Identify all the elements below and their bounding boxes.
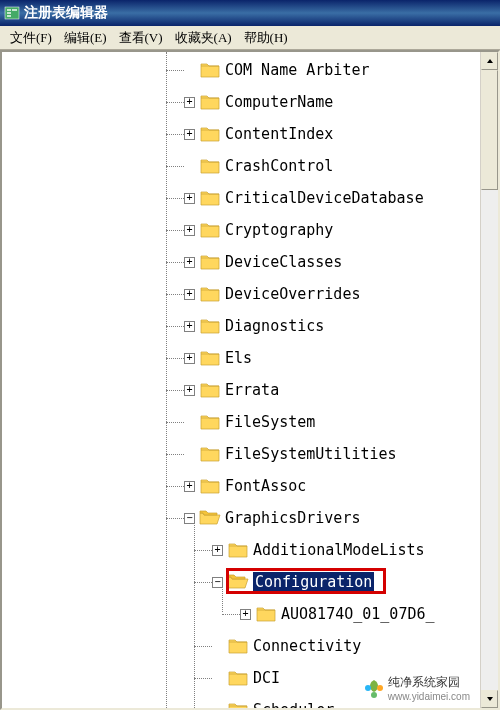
registry-tree[interactable]: COM Name Arbiter+ComputerName+ContentInd… bbox=[24, 52, 480, 708]
tree-node-label[interactable]: FileSystemUtilities bbox=[225, 445, 397, 463]
vertical-scrollbar[interactable] bbox=[480, 52, 498, 708]
tree-node-label[interactable]: AUO8174O_01_07D6_ bbox=[281, 605, 435, 623]
tree-node[interactable]: +FontAssoc bbox=[24, 470, 480, 502]
expander-expanded[interactable]: − bbox=[184, 513, 195, 524]
expander-none bbox=[184, 65, 195, 76]
folder-closed-icon bbox=[199, 61, 221, 79]
tree-node-label[interactable]: COM Name Arbiter bbox=[225, 61, 370, 79]
tree-node[interactable]: +DeviceClasses bbox=[24, 246, 480, 278]
folder-closed-icon bbox=[199, 477, 221, 495]
scrollbar-down-button[interactable] bbox=[481, 690, 498, 708]
menu-edit[interactable]: 编辑(E) bbox=[58, 29, 113, 47]
tree-node-label[interactable]: Cryptography bbox=[225, 221, 333, 239]
tree-node[interactable]: +DeviceOverrides bbox=[24, 278, 480, 310]
folder-closed-icon bbox=[199, 381, 221, 399]
folder-closed-icon bbox=[199, 285, 221, 303]
expander-collapsed[interactable]: + bbox=[184, 289, 195, 300]
expander-collapsed[interactable]: + bbox=[184, 353, 195, 364]
tree-node[interactable]: +AUO8174O_01_07D6_ bbox=[24, 598, 480, 630]
tree-node-label[interactable]: DeviceClasses bbox=[225, 253, 342, 271]
expander-collapsed[interactable]: + bbox=[184, 321, 195, 332]
expander-collapsed[interactable]: + bbox=[240, 609, 251, 620]
title-bar: 注册表编辑器 bbox=[0, 0, 500, 26]
tree-node-label[interactable]: Scheduler bbox=[253, 701, 334, 710]
tree-node-label[interactable]: DeviceOverrides bbox=[225, 285, 360, 303]
tree-hline bbox=[166, 262, 184, 263]
menu-file[interactable]: 文件(F) bbox=[4, 29, 58, 47]
tree-hline bbox=[166, 326, 184, 327]
tree-node-label[interactable]: Els bbox=[225, 349, 252, 367]
tree-hline bbox=[166, 166, 184, 167]
tree-node-label[interactable]: FileSystem bbox=[225, 413, 315, 431]
tree-node-label[interactable]: CrashControl bbox=[225, 157, 333, 175]
tree-node[interactable]: +ContentIndex bbox=[24, 118, 480, 150]
tree-node-label[interactable]: FontAssoc bbox=[225, 477, 306, 495]
expander-none bbox=[184, 449, 195, 460]
expander-expanded[interactable]: − bbox=[212, 577, 223, 588]
tree-node[interactable]: +Diagnostics bbox=[24, 310, 480, 342]
tree-node-label[interactable]: CriticalDeviceDatabase bbox=[225, 189, 424, 207]
tree-node[interactable]: +Els bbox=[24, 342, 480, 374]
folder-open-icon bbox=[227, 573, 249, 591]
tree-vline bbox=[194, 516, 195, 710]
watermark-logo-icon bbox=[364, 678, 384, 698]
folder-closed-icon bbox=[199, 125, 221, 143]
expander-collapsed[interactable]: + bbox=[184, 193, 195, 204]
tree-node[interactable]: +Cryptography bbox=[24, 214, 480, 246]
tree-hline bbox=[166, 518, 184, 519]
tree-node-label[interactable]: Errata bbox=[225, 381, 279, 399]
tree-node[interactable]: +CriticalDeviceDatabase bbox=[24, 182, 480, 214]
menu-view[interactable]: 查看(V) bbox=[113, 29, 169, 47]
expander-none bbox=[184, 417, 195, 428]
folder-closed-icon bbox=[199, 157, 221, 175]
tree-node[interactable]: +Errata bbox=[24, 374, 480, 406]
expander-collapsed[interactable]: + bbox=[184, 257, 195, 268]
menu-favorites[interactable]: 收藏夹(A) bbox=[169, 29, 238, 47]
tree-node[interactable]: −Configuration bbox=[24, 566, 480, 598]
folder-closed-icon bbox=[199, 221, 221, 239]
expander-collapsed[interactable]: + bbox=[184, 129, 195, 140]
tree-node[interactable]: +AdditionalModeLists bbox=[24, 534, 480, 566]
folder-closed-icon bbox=[227, 541, 249, 559]
tree-node-label[interactable]: ComputerName bbox=[225, 93, 333, 111]
tree-node[interactable]: Connectivity bbox=[24, 630, 480, 662]
folder-closed-icon bbox=[199, 189, 221, 207]
folder-closed-icon bbox=[199, 317, 221, 335]
tree-hline bbox=[194, 582, 212, 583]
tree-node[interactable]: FileSystem bbox=[24, 406, 480, 438]
svg-marker-6 bbox=[487, 697, 493, 701]
expander-collapsed[interactable]: + bbox=[184, 385, 195, 396]
watermark-brand: 纯净系统家园 bbox=[388, 674, 470, 691]
tree-node-label[interactable]: AdditionalModeLists bbox=[253, 541, 425, 559]
folder-closed-icon bbox=[199, 413, 221, 431]
tree-node-label[interactable]: ContentIndex bbox=[225, 125, 333, 143]
scrollbar-up-button[interactable] bbox=[481, 52, 498, 70]
tree-node[interactable]: +ComputerName bbox=[24, 86, 480, 118]
tree-node-label[interactable]: Configuration bbox=[253, 572, 374, 592]
expander-collapsed[interactable]: + bbox=[184, 481, 195, 492]
expander-collapsed[interactable]: + bbox=[184, 225, 195, 236]
menu-help[interactable]: 帮助(H) bbox=[238, 29, 294, 47]
tree-node-label[interactable]: Connectivity bbox=[253, 637, 361, 655]
expander-none bbox=[212, 641, 223, 652]
tree-node-label[interactable]: DCI bbox=[253, 669, 280, 687]
tree-node-label[interactable]: Diagnostics bbox=[225, 317, 324, 335]
tree-node[interactable]: −GraphicsDrivers bbox=[24, 502, 480, 534]
svg-marker-5 bbox=[487, 59, 493, 63]
watermark-text: 纯净系统家园 www.yidaimei.com bbox=[388, 674, 470, 702]
tree-node-label[interactable]: GraphicsDrivers bbox=[225, 509, 360, 527]
title-text: 注册表编辑器 bbox=[24, 4, 108, 22]
scrollbar-track[interactable] bbox=[481, 70, 498, 690]
tree-node[interactable]: FileSystemUtilities bbox=[24, 438, 480, 470]
watermark-site: www.yidaimei.com bbox=[388, 691, 470, 702]
scrollbar-thumb[interactable] bbox=[481, 70, 498, 190]
tree-hline bbox=[166, 358, 184, 359]
tree-hline bbox=[166, 70, 184, 71]
svg-rect-4 bbox=[12, 9, 17, 11]
svg-point-8 bbox=[377, 685, 383, 691]
tree-node[interactable]: COM Name Arbiter bbox=[24, 54, 480, 86]
svg-point-9 bbox=[371, 692, 377, 698]
tree-node[interactable]: CrashControl bbox=[24, 150, 480, 182]
expander-collapsed[interactable]: + bbox=[184, 97, 195, 108]
expander-collapsed[interactable]: + bbox=[212, 545, 223, 556]
